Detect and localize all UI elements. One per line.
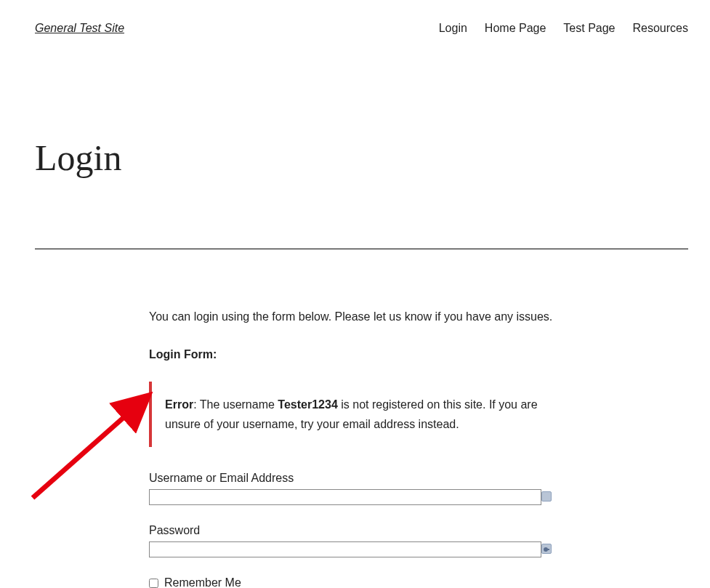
remember-checkbox[interactable] [149, 579, 158, 588]
nav-home[interactable]: Home Page [485, 22, 546, 35]
divider [35, 249, 688, 249]
site-title-link[interactable]: General Test Site [35, 22, 124, 35]
remember-label: Remember Me [164, 576, 241, 588]
autofill-icon [541, 491, 552, 502]
error-username: Tester1234 [278, 398, 337, 411]
error-message: Error: The username Tester1234 is not re… [149, 382, 556, 447]
annotation-arrow-icon [22, 363, 167, 509]
intro-text: You can login using the form below. Plea… [149, 310, 556, 323]
password-input[interactable] [149, 541, 541, 557]
error-label: Error [165, 398, 193, 411]
nav-resources[interactable]: Resources [633, 22, 688, 35]
username-input[interactable] [149, 489, 541, 505]
page-title: Login [35, 137, 710, 179]
form-heading: Login Form: [149, 348, 556, 361]
username-label: Username or Email Address [149, 472, 556, 485]
nav-login[interactable]: Login [439, 22, 467, 35]
content-area: You can login using the form below. Plea… [149, 310, 556, 588]
svg-line-1 [33, 398, 145, 498]
password-label: Password [149, 524, 556, 537]
main-nav: Login Home Page Test Page Resources [439, 22, 688, 35]
password-autofill-icon [541, 544, 552, 554]
error-text-pre: : The username [193, 398, 278, 411]
nav-test[interactable]: Test Page [563, 22, 615, 35]
